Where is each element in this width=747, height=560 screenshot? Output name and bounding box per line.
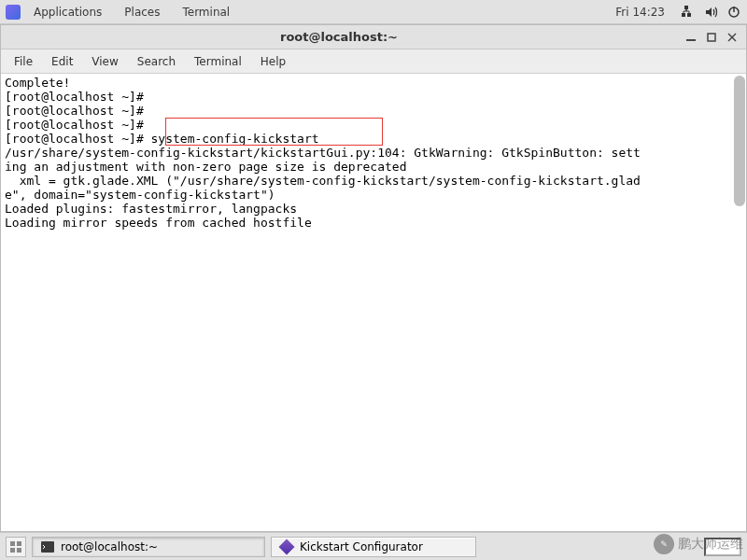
svg-rect-13 bbox=[41, 541, 54, 553]
network-icon[interactable] bbox=[682, 5, 697, 20]
power-icon[interactable] bbox=[726, 5, 741, 20]
panel-places[interactable]: Places bbox=[115, 2, 169, 22]
panel-clock[interactable]: Fri 14:23 bbox=[606, 2, 674, 22]
svg-rect-2 bbox=[687, 13, 691, 17]
terminal-viewport[interactable]: Complete![root@localhost ~]#[root@localh… bbox=[1, 74, 746, 531]
svg-rect-9 bbox=[10, 541, 15, 546]
menu-view[interactable]: View bbox=[82, 52, 127, 71]
taskbar-item-label: Kickstart Configurator bbox=[300, 540, 423, 553]
window-title: root@localhost:~ bbox=[1, 30, 677, 44]
terminal-icon bbox=[40, 539, 55, 554]
window-minimize-button[interactable] bbox=[686, 33, 696, 42]
watermark-text: 鹏大师运维 bbox=[678, 536, 743, 553]
menubar: File Edit View Search Terminal Help bbox=[1, 49, 746, 74]
taskbar-item-kickstart[interactable]: Kickstart Configurator bbox=[271, 537, 476, 557]
terminal-line: Complete! bbox=[5, 76, 742, 90]
terminal-line: Loaded plugins: fastestmirror, langpacks bbox=[5, 202, 742, 216]
gnome-bottom-panel: root@localhost:~ Kickstart Configurator bbox=[0, 532, 747, 560]
window-maximize-button[interactable] bbox=[707, 33, 716, 42]
svg-rect-12 bbox=[17, 548, 21, 553]
highlight-box bbox=[165, 118, 383, 146]
svg-rect-1 bbox=[682, 13, 685, 17]
terminal-line: /usr/share/system-config-kickstart/kicks… bbox=[5, 146, 742, 160]
taskbar-item-terminal[interactable]: root@localhost:~ bbox=[32, 537, 265, 557]
show-desktop-button[interactable] bbox=[6, 537, 26, 557]
terminal-line: [root@localhost ~]# bbox=[5, 90, 742, 104]
window-titlebar[interactable]: root@localhost:~ bbox=[1, 25, 746, 49]
terminal-line: xml = gtk.glade.XML ("/usr/share/system-… bbox=[5, 174, 742, 188]
volume-icon[interactable] bbox=[704, 5, 719, 20]
distro-icon bbox=[6, 5, 21, 20]
watermark-icon: ✎ bbox=[654, 534, 674, 554]
menu-file[interactable]: File bbox=[5, 52, 42, 71]
menu-terminal[interactable]: Terminal bbox=[185, 52, 251, 71]
menu-help[interactable]: Help bbox=[251, 52, 295, 71]
taskbar-item-label: root@localhost:~ bbox=[61, 540, 158, 553]
svg-rect-6 bbox=[708, 34, 715, 41]
watermark: ✎ 鹏大师运维 bbox=[654, 534, 743, 554]
menu-search[interactable]: Search bbox=[128, 52, 185, 71]
terminal-line: Loading mirror speeds from cached hostfi… bbox=[5, 216, 742, 230]
svg-rect-10 bbox=[17, 541, 21, 546]
window-close-button[interactable] bbox=[727, 33, 737, 42]
scrollbar-thumb[interactable] bbox=[734, 76, 745, 206]
terminal-line: ing an adjustment with non-zero page siz… bbox=[5, 160, 742, 174]
terminal-window: root@localhost:~ File Edit View Search T… bbox=[0, 24, 747, 532]
kickstart-icon bbox=[279, 539, 294, 554]
gnome-top-panel: Applications Places Terminal Fri 14:23 bbox=[0, 0, 747, 24]
panel-applications[interactable]: Applications bbox=[24, 2, 111, 22]
terminal-line: e", domain="system-config-kickstart") bbox=[5, 188, 742, 202]
svg-rect-11 bbox=[10, 548, 15, 553]
panel-terminal[interactable]: Terminal bbox=[173, 2, 239, 22]
terminal-line: [root@localhost ~]# bbox=[5, 104, 742, 118]
menu-edit[interactable]: Edit bbox=[42, 52, 82, 71]
svg-rect-0 bbox=[684, 6, 688, 9]
